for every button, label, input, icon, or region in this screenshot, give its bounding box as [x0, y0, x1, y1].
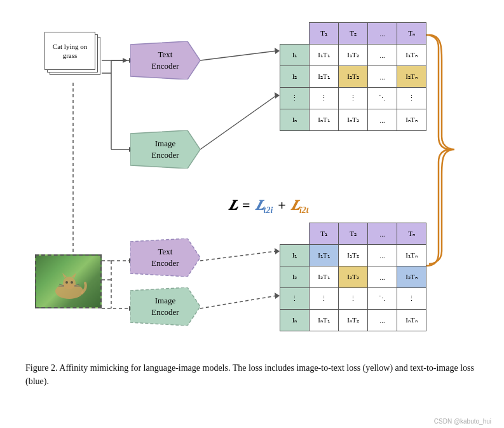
matrix-top-cell-dots1: ⋮: [310, 88, 339, 109]
caption: Figure 2. Affinity mimicking for languag…: [19, 361, 485, 388]
matrix-bottom-cell-i2tn: I₂Tₙ: [397, 266, 426, 288]
matrix-bottom-cell-int1: IₙT₁: [310, 310, 339, 331]
text-encoder-top-shape: TextEncoder: [130, 41, 200, 79]
matrix-bottom-row-vdots: ⋮: [280, 288, 310, 310]
svg-marker-23: [275, 293, 280, 299]
doc-stack: Cat lying on grass: [44, 32, 102, 83]
svg-marker-19: [275, 92, 280, 99]
matrix-top-cell-i2t1: I₂T₁: [310, 66, 339, 88]
matrix-bottom-cell-intn: IₙTₙ: [397, 310, 426, 331]
cat-image: [35, 254, 102, 308]
matrix-top-row-i1: I₁: [280, 45, 310, 66]
matrix-bottom-corner: [280, 223, 310, 245]
text-encoder-top-label: TextEncoder: [151, 49, 179, 72]
matrix-bottom-cell-i2dots: ...: [368, 266, 397, 288]
matrix-bottom-cell-indots: ...: [368, 310, 397, 331]
matrix-top-cell-dots2: ⋮: [339, 88, 368, 109]
svg-point-29: [71, 281, 73, 284]
matrix-bottom-cell-dots3: ⋱: [368, 288, 397, 310]
formula-lt2i: 𝑳t2i: [255, 197, 273, 216]
text-encoder-bottom-label: TextEncoder: [151, 246, 179, 269]
matrix-bottom-col-t2: T₂: [339, 223, 368, 245]
matrix-top-cell-dots3: ⋱: [368, 88, 397, 109]
doc-text: Cat lying on grass: [45, 42, 95, 60]
svg-marker-17: [275, 48, 280, 54]
matrix-bottom-cell-i2t2: I₂T₂: [339, 266, 368, 288]
matrix-top-row-i2: I₂: [280, 66, 310, 88]
formula: 𝑳 = 𝑳t2i + 𝑳i2t: [229, 197, 309, 216]
matrix-bottom-row-i2: I₂: [280, 266, 310, 288]
matrix-bottom-col-t1: T₁: [310, 223, 339, 245]
caption-text: Figure 2. Affinity mimicking for languag…: [25, 363, 474, 386]
matrix-top-col-t1: T₁: [310, 23, 339, 45]
matrix-top-row-in: Iₙ: [280, 109, 310, 131]
matrix-top-cell-indots: ...: [368, 109, 397, 131]
matrix-top-row-dots: ⋮ ⋮ ⋮ ⋱ ⋮: [280, 88, 426, 109]
matrix-top-table: T₁ T₂ ... Tₙ I₁ I₁T₁ I₁T₂ ... I₁Tₙ I₂ I₂…: [280, 22, 426, 131]
matrix-top-cell-dots4: ⋮: [397, 88, 426, 109]
matrix-bottom-row-i1: I₁: [280, 245, 310, 266]
matrix-bottom-cell-i1dots: ...: [368, 245, 397, 266]
matrix-bottom-cell-i1t1: I₁T₁: [310, 245, 339, 266]
matrix-bottom-cell-dots2: ⋮: [339, 288, 368, 310]
image-encoder-bottom: ImageEncoder: [130, 287, 200, 326]
matrix-bottom-cell-i2t1: I₂T₁: [310, 266, 339, 288]
formula-L: 𝑳: [229, 197, 237, 214]
image-encoder-top: ImageEncoder: [130, 130, 200, 169]
matrix-top-cell-intn: IₙTₙ: [397, 109, 426, 131]
cat-silhouette-svg: [50, 269, 88, 301]
matrix-top-cell-int1: IₙT₁: [310, 109, 339, 131]
matrix-bottom-cell-i1tn: I₁Tₙ: [397, 245, 426, 266]
matrix-top-cell-i1tn: I₁Tₙ: [397, 45, 426, 66]
matrix-bottom-rown: Iₙ IₙT₁ IₙT₂ ... IₙTₙ: [280, 310, 426, 331]
main-container: Cat lying on grass: [0, 0, 504, 394]
matrix-top-col-tdots: ...: [368, 23, 397, 45]
matrix-bottom-row-in: Iₙ: [280, 310, 310, 331]
watermark: CSDN @kabuto_hui: [434, 418, 491, 425]
matrix-top-cell-i2t2: I₂T₂: [339, 66, 368, 88]
formula-plus: +: [278, 197, 286, 214]
matrix-bottom-col-tdots: ...: [368, 223, 397, 245]
text-encoder-bottom: TextEncoder: [130, 238, 200, 277]
matrix-top-rown: Iₙ IₙT₁ IₙT₂ ... IₙTₙ: [280, 109, 426, 131]
svg-line-16: [200, 51, 276, 60]
svg-line-18: [200, 95, 276, 149]
matrix-bottom-row-dots: ⋮ ⋮ ⋮ ⋱ ⋮: [280, 288, 426, 310]
matrix-bottom: T₁ T₂ ... Tₙ I₁ I₁T₁ I₁T₂ ... I₁Tₙ I₂ I₂…: [280, 223, 426, 331]
image-encoder-bottom-label: ImageEncoder: [151, 295, 179, 318]
svg-point-25: [63, 277, 76, 289]
matrix-top-cell-i2tn: I₂Tₙ: [397, 66, 426, 88]
image-encoder-bottom-shape: ImageEncoder: [130, 287, 200, 326]
text-encoder-bottom-shape: TextEncoder: [130, 238, 200, 277]
svg-marker-1: [123, 58, 128, 63]
formula-li2t: 𝑳i2t: [291, 197, 309, 216]
formula-equals: =: [242, 197, 250, 214]
matrix-bottom-cell-i1t2: I₁T₂: [339, 245, 368, 266]
matrix-top-cell-i1t1: I₁T₁: [310, 45, 339, 66]
svg-marker-27: [72, 273, 76, 278]
matrix-top-row-dots: ⋮: [280, 88, 310, 109]
matrix-bottom-cell-int2: IₙT₂: [339, 310, 368, 331]
matrix-bottom-cell-dots1: ⋮: [310, 288, 339, 310]
matrix-top-cell-i2dots: ...: [368, 66, 397, 88]
matrix-top-cell-int2: IₙT₂: [339, 109, 368, 131]
svg-line-20: [200, 251, 276, 261]
matrix-top-cell-i1t2: I₁T₂: [339, 45, 368, 66]
matrix-top-corner: [280, 23, 310, 45]
svg-marker-26: [62, 273, 67, 278]
matrix-top: T₁ T₂ ... Tₙ I₁ I₁T₁ I₁T₂ ... I₁Tₙ I₂ I₂…: [280, 22, 426, 131]
matrix-top-row1: I₁ I₁T₁ I₁T₂ ... I₁Tₙ: [280, 45, 426, 66]
matrix-top-col-tn: Tₙ: [397, 23, 426, 45]
image-encoder-top-label: ImageEncoder: [151, 138, 179, 161]
matrix-bottom-table: T₁ T₂ ... Tₙ I₁ I₁T₁ I₁T₂ ... I₁Tₙ I₂ I₂…: [280, 223, 426, 331]
doc-front: Cat lying on grass: [44, 32, 95, 70]
matrix-bottom-row2: I₂ I₂T₁ I₂T₂ ... I₂Tₙ: [280, 266, 426, 288]
matrix-top-col-t2: T₂: [339, 23, 368, 45]
matrix-bottom-header-row: T₁ T₂ ... Tₙ: [280, 223, 426, 245]
svg-marker-21: [275, 248, 280, 254]
diagram-area: Cat lying on grass: [19, 13, 485, 356]
svg-point-28: [65, 281, 68, 284]
image-encoder-top-shape: ImageEncoder: [130, 130, 200, 169]
matrix-top-row2: I₂ I₂T₁ I₂T₂ ... I₂Tₙ: [280, 66, 426, 88]
matrix-bottom-row1: I₁ I₁T₁ I₁T₂ ... I₁Tₙ: [280, 245, 426, 266]
